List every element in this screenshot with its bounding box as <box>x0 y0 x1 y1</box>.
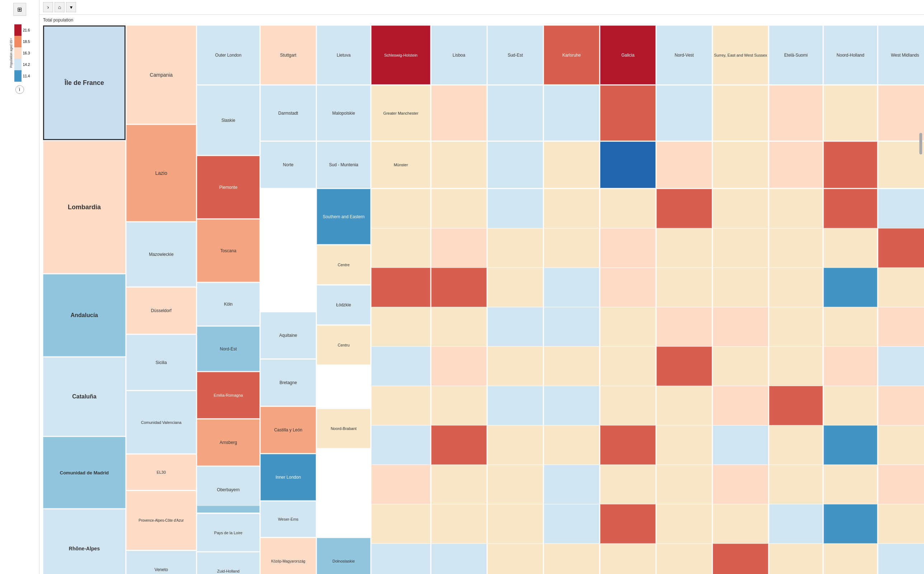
cell-r12-4[interactable] <box>600 504 656 544</box>
cell-r8-7[interactable] <box>769 347 823 386</box>
cell-r3-9[interactable] <box>878 142 924 188</box>
cell-malopolskie[interactable]: Malopolskie <box>317 85 370 141</box>
cell-r4-6[interactable] <box>713 189 768 228</box>
cell-r8-0[interactable] <box>371 386 430 425</box>
cell-r3-1[interactable] <box>431 142 487 188</box>
cell-r12-8[interactable] <box>824 504 877 544</box>
cell-r13-4[interactable] <box>600 544 656 574</box>
cell-r6-4[interactable] <box>600 268 656 307</box>
cell-r12-3[interactable] <box>544 504 600 544</box>
cell-r2-5[interactable] <box>600 85 656 141</box>
cell-r4-5[interactable] <box>657 189 712 228</box>
cell-r8-1[interactable] <box>431 347 487 386</box>
cell-sicilia[interactable]: Sicilia <box>126 335 196 390</box>
cell-lietuva[interactable]: Lietuva <box>317 25 370 85</box>
cell-r8-2[interactable] <box>487 347 543 386</box>
cell-r5-8[interactable] <box>824 228 877 268</box>
cell-r9-6[interactable] <box>713 386 768 425</box>
cell-r2-7[interactable] <box>713 85 768 141</box>
cell-r9-4[interactable] <box>600 386 656 425</box>
cell-outer-london[interactable]: Outer London <box>197 25 260 85</box>
cell-r5-9[interactable] <box>878 228 924 268</box>
cell-r13-5[interactable] <box>657 544 712 574</box>
cell-castilla-leon[interactable]: Castilla y León <box>260 407 316 453</box>
vertical-scrollbar[interactable] <box>919 133 922 155</box>
cell-r7-5[interactable] <box>657 307 712 347</box>
cell-comunidad-madrid[interactable]: Comunidad de Madrid <box>43 437 125 508</box>
info-button[interactable]: i <box>16 85 24 94</box>
cell-r12-7[interactable] <box>769 504 823 544</box>
cell-r12-5[interactable] <box>657 504 712 544</box>
cell-r10-9[interactable] <box>878 425 924 465</box>
cell-r11-7[interactable] <box>769 465 823 504</box>
cell-r6-9[interactable] <box>878 268 924 307</box>
cell-r2-2[interactable] <box>431 85 487 141</box>
cell-noord-brabant[interactable]: Noord-Brabant <box>317 409 370 448</box>
cell-r5-5[interactable] <box>657 228 712 268</box>
cell-veneto[interactable]: Veneto <box>126 551 196 574</box>
cell-centre[interactable]: Centre <box>317 245 370 284</box>
cell-r10-5[interactable] <box>657 425 712 465</box>
cell-galicia[interactable]: Galicia <box>600 25 656 85</box>
cell-emilia-romagna[interactable]: Emilia-Romagna <box>197 372 260 418</box>
cell-centru[interactable]: Centru <box>317 325 370 365</box>
cell-etela-suomi[interactable]: Etelä-Suomi <box>769 25 823 85</box>
cell-r8-6[interactable] <box>713 347 768 386</box>
cell-r11-0[interactable] <box>371 504 430 544</box>
cell-r5-3[interactable] <box>544 228 600 268</box>
cell-r4-3[interactable] <box>544 189 600 228</box>
cell-r4-4[interactable] <box>600 189 656 228</box>
cell-aquitaine[interactable]: Aquitaine <box>260 312 316 359</box>
cell-zuid-holland[interactable]: Zuid-Holland <box>197 552 260 574</box>
cell-r6-0[interactable] <box>371 307 430 347</box>
home-button[interactable]: ⌂ <box>55 2 65 12</box>
cell-koln[interactable]: Köln <box>197 283 260 326</box>
cell-campania[interactable]: Campania <box>126 25 196 124</box>
cell-r11-2[interactable] <box>487 465 543 504</box>
cell-rhone-alpes[interactable]: Rhône-Alpes <box>43 509 125 574</box>
cell-r8-9[interactable] <box>878 347 924 386</box>
cell-dusseldorf[interactable]: Düsseldorf <box>126 287 196 334</box>
cell-r4-8[interactable] <box>824 189 877 228</box>
cell-r6-5[interactable] <box>657 268 712 307</box>
cell-toscana[interactable]: Toscana <box>197 219 260 282</box>
cell-surrey[interactable]: Surrey, East and West Sussex <box>713 25 768 85</box>
cell-r3-4[interactable] <box>600 142 656 188</box>
cell-arnsberg[interactable]: Arnsberg <box>197 419 260 466</box>
cell-r13-2[interactable] <box>487 544 543 574</box>
cell-r3-8[interactable] <box>824 142 877 188</box>
cell-karlsruhe[interactable]: Karlsruhe <box>544 25 600 85</box>
cell-r7-2[interactable] <box>487 307 543 347</box>
cell-r9-2[interactable] <box>487 386 543 425</box>
cell-munster[interactable]: Münster <box>371 142 430 188</box>
cell-nord-est[interactable]: Nord-Est <box>197 326 260 371</box>
cell-r5-0[interactable] <box>371 268 430 307</box>
cell-greater-manchester[interactable]: Greater Manchester <box>371 85 430 141</box>
cell-r13-9[interactable] <box>878 544 924 574</box>
cell-r5-4[interactable] <box>600 228 656 268</box>
cell-lombardia[interactable]: Lombardia <box>43 141 125 273</box>
cell-r7-7[interactable] <box>769 307 823 347</box>
cell-r2-3[interactable] <box>487 85 543 141</box>
cell-r6-8[interactable] <box>824 268 877 307</box>
cell-r11-3[interactable] <box>544 465 600 504</box>
cell-southern-eastern[interactable]: Southern and Eastern <box>317 189 370 244</box>
cell-r13-1[interactable] <box>431 544 487 574</box>
cell-r12-1[interactable] <box>431 504 487 544</box>
cell-r10-1[interactable] <box>431 425 487 465</box>
cell-nord-vest[interactable]: Nord-Vest <box>657 25 712 85</box>
cell-r5-7[interactable] <box>769 228 823 268</box>
cell-r13-6[interactable] <box>713 544 768 574</box>
cell-r3-5[interactable] <box>657 142 712 188</box>
cell-kozep[interactable]: Közép-Magyarország <box>260 538 316 574</box>
cell-r11-9[interactable] <box>878 465 924 504</box>
cell-r10-7[interactable] <box>769 425 823 465</box>
cell-r6-7[interactable] <box>769 268 823 307</box>
cell-andalucia[interactable]: Andalucía <box>43 274 125 356</box>
cell-r10-4[interactable] <box>600 425 656 465</box>
cell-r4-1[interactable] <box>431 189 487 228</box>
cell-schleswig-holstein[interactable]: Schleswig-Holstein <box>371 25 430 85</box>
cell-r11-4[interactable] <box>600 465 656 504</box>
cell-r9-1[interactable] <box>431 386 487 425</box>
cell-ile-de-france[interactable]: Île de France <box>43 25 125 140</box>
